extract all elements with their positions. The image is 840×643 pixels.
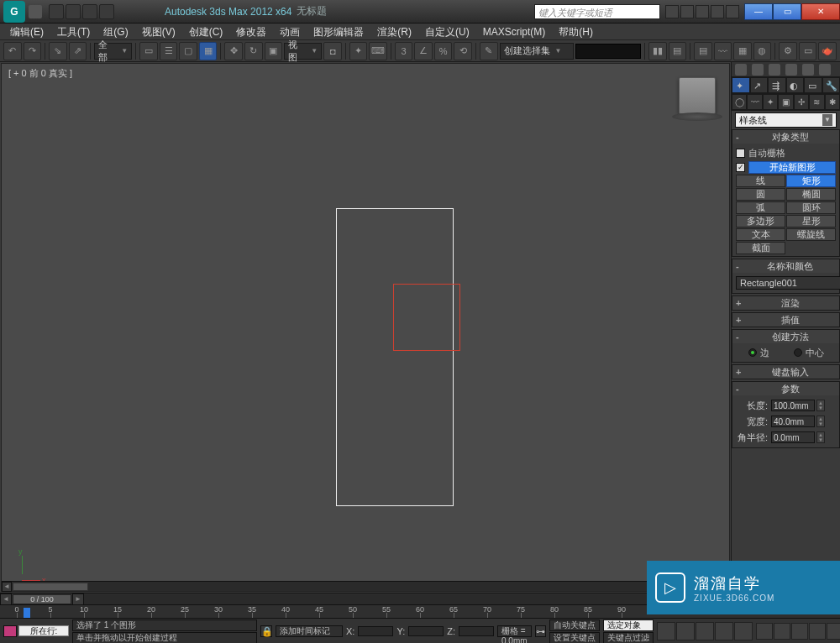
startnewshape-button[interactable]: 开始新图形 — [748, 161, 836, 174]
coord-y-input[interactable] — [408, 626, 444, 636]
coord-x-input[interactable] — [358, 626, 393, 636]
percent-snap-icon[interactable]: % — [434, 42, 453, 60]
refcoord-combo[interactable]: 视图▼ — [284, 43, 322, 60]
schematic-icon[interactable]: ▦ — [733, 42, 752, 60]
named-selset-field[interactable] — [575, 44, 641, 59]
subcategory-combo[interactable]: 样条线▼ — [735, 112, 837, 128]
btn-circle[interactable]: 圆 — [736, 188, 785, 201]
cat-geometry[interactable]: ◯ — [732, 94, 747, 110]
mirror-icon[interactable]: ▮▮ — [648, 42, 667, 60]
unlink-icon[interactable]: ⇗ — [69, 42, 87, 60]
setkey-button[interactable]: 设置关键点 — [549, 632, 600, 644]
time-config-icon[interactable]: ⊶ — [535, 625, 546, 637]
time-slider-thumb[interactable]: 0 / 100 — [13, 594, 71, 604]
tab-create[interactable]: ✦ — [732, 77, 750, 93]
key-filters-button[interactable]: 关键点过滤器 — [603, 632, 654, 644]
cat-lights[interactable]: ✦ — [763, 94, 778, 110]
param-width-spinner[interactable]: ▲▼ — [816, 416, 825, 427]
cp-gear-icon[interactable] — [785, 64, 797, 76]
named-selset-combo[interactable]: 创建选择集▼ — [500, 43, 574, 60]
object-name-input[interactable] — [736, 276, 840, 290]
cat-cameras[interactable]: ▣ — [778, 94, 793, 110]
pivot-icon[interactable]: ◘ — [323, 42, 342, 60]
btn-arc[interactable]: 弧 — [736, 201, 785, 214]
radio-edge[interactable] — [748, 348, 757, 357]
next-frame-icon[interactable] — [715, 622, 733, 640]
menu-tools[interactable]: 工具(T) — [50, 24, 97, 40]
cp-bone-icon[interactable] — [769, 64, 780, 76]
menu-maxscript[interactable]: MAXScript(M) — [476, 24, 553, 40]
angle-snap-icon[interactable]: ∠ — [414, 42, 433, 60]
time-key-marker[interactable] — [24, 608, 30, 618]
time-next-icon[interactable]: ► — [72, 593, 84, 605]
autokey-button[interactable]: 自动关键点 — [549, 619, 600, 631]
rotate-icon[interactable]: ↻ — [244, 42, 263, 60]
select-region-icon[interactable]: ▢ — [179, 42, 197, 60]
btn-helix[interactable]: 螺旋线 — [786, 228, 836, 241]
select-name-icon[interactable]: ☰ — [160, 42, 178, 60]
snap-toggle-icon[interactable]: 3 — [395, 42, 413, 60]
cat-shapes[interactable]: 〰 — [747, 94, 762, 110]
render-icon[interactable]: 🫖 — [818, 42, 837, 60]
exchange-icon[interactable] — [696, 5, 709, 18]
help-icon[interactable] — [726, 5, 739, 18]
scale-icon[interactable]: ▣ — [265, 42, 283, 60]
maximize-button[interactable]: ▭ — [773, 3, 801, 20]
menu-animation[interactable]: 动画 — [273, 24, 307, 40]
spinner-snap-icon[interactable]: ⟲ — [454, 42, 472, 60]
prev-frame-icon[interactable] — [676, 622, 695, 640]
scroll-thumb[interactable] — [13, 583, 88, 591]
param-width-input[interactable]: 40.0mm — [771, 416, 815, 427]
menu-edit[interactable]: 编辑(E) — [3, 24, 50, 40]
edit-named-sel-icon[interactable]: ✎ — [480, 42, 498, 60]
param-corner-spinner[interactable]: ▲▼ — [816, 431, 825, 443]
btn-donut[interactable]: 圆环 — [786, 201, 836, 214]
pan-icon[interactable] — [827, 623, 840, 640]
add-time-tag[interactable]: 添加时间标记 — [276, 625, 343, 637]
tab-utilities[interactable]: 🔧 — [822, 77, 841, 93]
qat-redo-icon[interactable] — [66, 4, 81, 19]
rollout-header-interpolation[interactable]: +插值 — [732, 313, 839, 327]
cp-world-icon[interactable] — [802, 64, 814, 76]
btn-text[interactable]: 文本 — [736, 228, 785, 241]
render-frame-icon[interactable]: ▭ — [799, 42, 817, 60]
align-icon[interactable]: ▤ — [669, 42, 687, 60]
move-icon[interactable]: ✥ — [224, 42, 243, 60]
minimize-button[interactable]: — — [744, 3, 773, 20]
tab-modify[interactable]: ↗ — [750, 77, 769, 93]
tab-motion[interactable]: ◐ — [786, 77, 805, 93]
viewport-scrollbar-h[interactable]: ◄ ► — [2, 581, 729, 591]
rollout-header-creation-method[interactable]: -创建方法 — [732, 330, 839, 343]
zoom-extents-icon[interactable] — [791, 623, 808, 640]
coord-z-input[interactable] — [459, 626, 494, 636]
menu-modifiers[interactable]: 修改器 — [229, 24, 273, 40]
cp-script-icon[interactable] — [819, 64, 831, 76]
manipulate-icon[interactable]: ✦ — [349, 42, 368, 60]
search-icon[interactable] — [665, 5, 679, 18]
layers-icon[interactable]: ▤ — [694, 42, 712, 60]
lock-selection-icon[interactable]: 🔒 — [260, 625, 272, 637]
rollout-header-keyboard-entry[interactable]: +键盘输入 — [732, 365, 839, 379]
redo-icon[interactable]: ↷ — [24, 42, 42, 60]
favorites-icon[interactable] — [711, 5, 724, 18]
select-icon[interactable]: ▭ — [139, 42, 158, 60]
link-icon[interactable]: ⇘ — [49, 42, 67, 60]
tab-hierarchy[interactable]: ⇶ — [768, 77, 786, 93]
btn-section[interactable]: 截面 — [736, 242, 785, 254]
maxscript-mini-listener-in[interactable] — [3, 625, 17, 637]
goto-end-icon[interactable] — [734, 622, 753, 640]
menu-grapheditors[interactable]: 图形编辑器 — [307, 24, 370, 40]
rollout-header-parameters[interactable]: -参数 — [732, 382, 839, 395]
btn-line[interactable]: 线 — [736, 175, 785, 187]
cat-spacewarps[interactable]: ≋ — [809, 94, 824, 110]
render-setup-icon[interactable]: ⚙ — [779, 42, 797, 60]
material-editor-icon[interactable]: ◍ — [753, 42, 772, 60]
zoom-icon[interactable] — [756, 623, 773, 640]
viewport[interactable]: [ + 0 前 0 真实 ] y x ◄ ► — [1, 63, 730, 592]
close-button[interactable]: ✕ — [801, 3, 840, 20]
scroll-left-icon[interactable]: ◄ — [2, 582, 12, 592]
rollout-header-object-type[interactable]: -对象类型 — [732, 130, 839, 144]
param-length-input[interactable]: 100.0mm — [771, 400, 815, 411]
btn-ellipse[interactable]: 椭圆 — [786, 188, 836, 201]
btn-ngon[interactable]: 多边形 — [736, 215, 785, 227]
